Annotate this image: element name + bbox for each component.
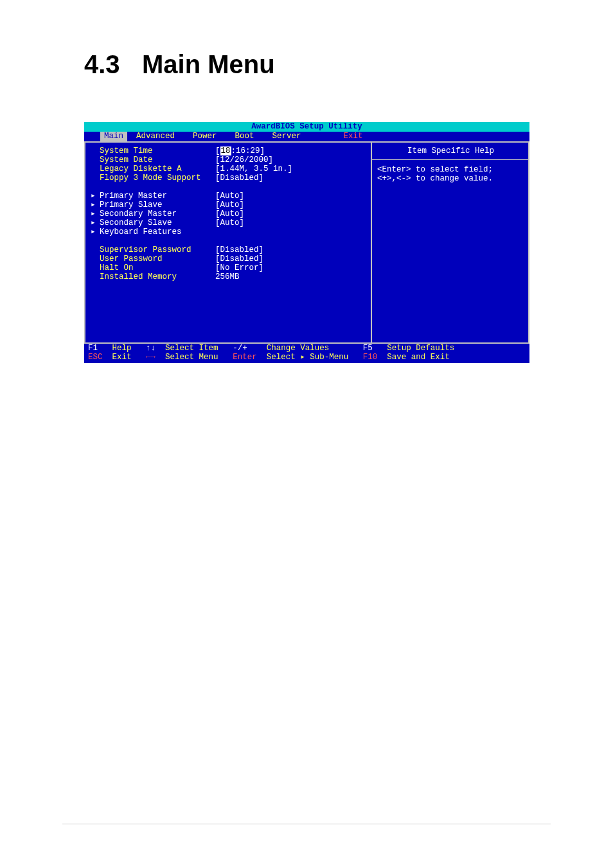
arrow-icon bbox=[91, 173, 100, 182]
bios-footer: F1 Help ↑↓ Select Item -/+ Change Values… bbox=[84, 344, 529, 363]
item-installed-memory: Installed Memory 256MB bbox=[91, 272, 368, 281]
arrow-icon bbox=[91, 245, 100, 254]
item-user-pw[interactable]: User Password [Disabled] bbox=[91, 254, 368, 263]
arrow-icon bbox=[91, 146, 100, 155]
bios-body: System Time [18:16:29] System Date [12/2… bbox=[84, 141, 529, 344]
bios-help-panel: Item Specific Help <Enter> to select fie… bbox=[371, 141, 529, 344]
arrow-icon: ▸ bbox=[91, 209, 100, 218]
arrow-icon: ▸ bbox=[91, 218, 100, 227]
item-diskette[interactable]: Legacy Diskette A [1.44M, 3.5 in.] bbox=[91, 164, 368, 173]
arrow-icon bbox=[91, 164, 100, 173]
menu-exit[interactable]: Exit bbox=[335, 132, 372, 141]
arrow-icon bbox=[91, 155, 100, 164]
cursor: 18 bbox=[220, 146, 231, 155]
help-text: <Enter> to select field; <+>,<-> to chan… bbox=[377, 165, 524, 183]
menu-server[interactable]: Server bbox=[263, 132, 310, 141]
value: [18:16:29] bbox=[215, 146, 265, 155]
item-system-time[interactable]: System Time [18:16:29] bbox=[91, 146, 368, 155]
item-secondary-slave[interactable]: ▸ Secondary Slave [Auto] bbox=[91, 218, 368, 227]
arrow-icon: ▸ bbox=[91, 191, 100, 200]
bios-screenshot: AwardBIOS Setup Utility Main Advanced Po… bbox=[84, 122, 529, 363]
arrow-icon: ▸ bbox=[91, 200, 100, 209]
page-footer-divider bbox=[62, 824, 551, 824]
item-primary-master[interactable]: ▸ Primary Master [Auto] bbox=[91, 191, 368, 200]
arrow-icon bbox=[91, 272, 100, 281]
item-secondary-master[interactable]: ▸ Secondary Master [Auto] bbox=[91, 209, 368, 218]
item-supervisor-pw[interactable]: Supervisor Password [Disabled] bbox=[91, 245, 368, 254]
bios-left-panel: System Time [18:16:29] System Date [12/2… bbox=[84, 141, 371, 344]
bios-menu-bar: Main Advanced Power Boot Server Exit bbox=[84, 132, 529, 141]
menu-advanced[interactable]: Advanced bbox=[127, 132, 184, 141]
item-floppy3[interactable]: Floppy 3 Mode Support [Disabled] bbox=[91, 173, 368, 182]
bios-title-bar: AwardBIOS Setup Utility bbox=[84, 122, 529, 132]
menu-main[interactable]: Main bbox=[100, 132, 127, 141]
arrow-icon: ▸ bbox=[91, 227, 100, 236]
arrow-icon bbox=[91, 263, 100, 272]
item-halt-on[interactable]: Halt On [No Error] bbox=[91, 263, 368, 272]
menu-power[interactable]: Power bbox=[184, 132, 226, 141]
item-system-date[interactable]: System Date [12/26/2000] bbox=[91, 155, 368, 164]
section-title: Main Menu bbox=[142, 50, 275, 78]
item-keyboard-features[interactable]: ▸ Keyboard Features bbox=[91, 227, 368, 236]
item-primary-slave[interactable]: ▸ Primary Slave [Auto] bbox=[91, 200, 368, 209]
section-heading: 4.3Main Menu bbox=[84, 50, 275, 79]
section-number: 4.3 bbox=[84, 50, 142, 79]
help-title: Item Specific Help bbox=[377, 146, 524, 155]
menu-boot[interactable]: Boot bbox=[226, 132, 263, 141]
help-separator bbox=[372, 159, 529, 160]
arrow-icon bbox=[91, 254, 100, 263]
